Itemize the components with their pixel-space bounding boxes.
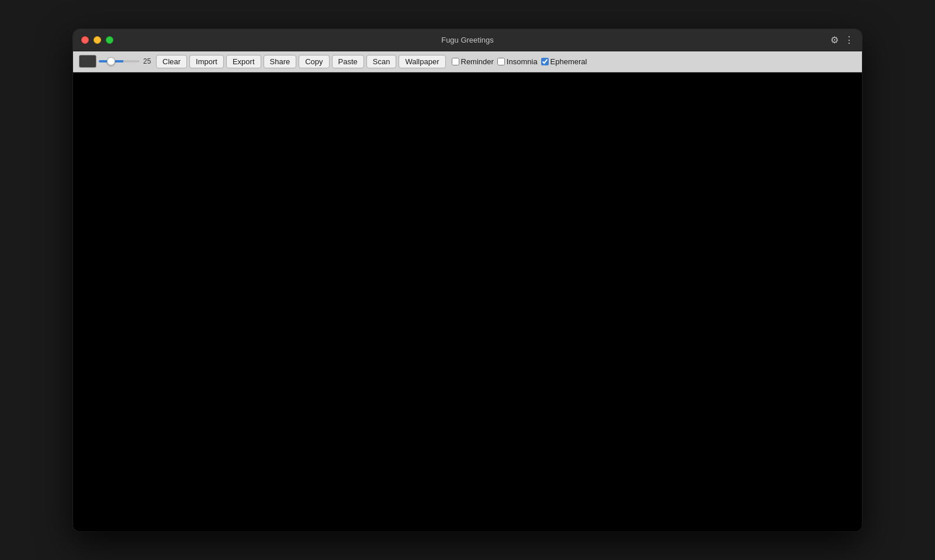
- insomnia-checkbox[interactable]: [497, 58, 505, 65]
- menu-icon[interactable]: ⋮: [844, 34, 854, 46]
- toolbar: 25 Clear Import Export Share Copy Paste …: [73, 51, 862, 72]
- checkbox-group: Reminder Insomnia Ephemeral: [452, 57, 590, 66]
- share-button[interactable]: Share: [264, 55, 297, 68]
- titlebar-actions: ⚙ ⋮: [830, 34, 854, 46]
- import-button[interactable]: Import: [189, 55, 224, 68]
- reminder-label: Reminder: [461, 57, 494, 66]
- reminder-checkbox[interactable]: [452, 58, 459, 65]
- ephemeral-label: Ephemeral: [550, 57, 587, 66]
- extensions-icon[interactable]: ⚙: [830, 34, 839, 46]
- insomnia-label: Insomnia: [507, 57, 538, 66]
- minimize-button[interactable]: [94, 36, 101, 44]
- color-swatch[interactable]: [79, 55, 96, 68]
- insomnia-checkbox-label[interactable]: Insomnia: [497, 57, 538, 66]
- wallpaper-button[interactable]: Wallpaper: [399, 55, 445, 68]
- slider-container: 25: [99, 57, 154, 65]
- titlebar: Fugu Greetings ⚙ ⋮: [73, 29, 862, 51]
- ephemeral-checkbox[interactable]: [541, 58, 549, 65]
- export-button[interactable]: Export: [226, 55, 261, 68]
- clear-button[interactable]: Clear: [156, 55, 187, 68]
- canvas-area[interactable]: [73, 72, 862, 531]
- window-title: Fugu Greetings: [441, 36, 494, 44]
- scan-button[interactable]: Scan: [366, 55, 397, 68]
- slider-value: 25: [143, 57, 154, 65]
- app-window: Fugu Greetings ⚙ ⋮ 25 Clear Import Expor…: [73, 29, 862, 531]
- ephemeral-checkbox-label[interactable]: Ephemeral: [541, 57, 587, 66]
- copy-button[interactable]: Copy: [299, 55, 329, 68]
- traffic-lights: [81, 36, 113, 44]
- paste-button[interactable]: Paste: [332, 55, 364, 68]
- size-slider[interactable]: [99, 60, 140, 62]
- maximize-button[interactable]: [106, 36, 113, 44]
- close-button[interactable]: [81, 36, 89, 44]
- reminder-checkbox-label[interactable]: Reminder: [452, 57, 494, 66]
